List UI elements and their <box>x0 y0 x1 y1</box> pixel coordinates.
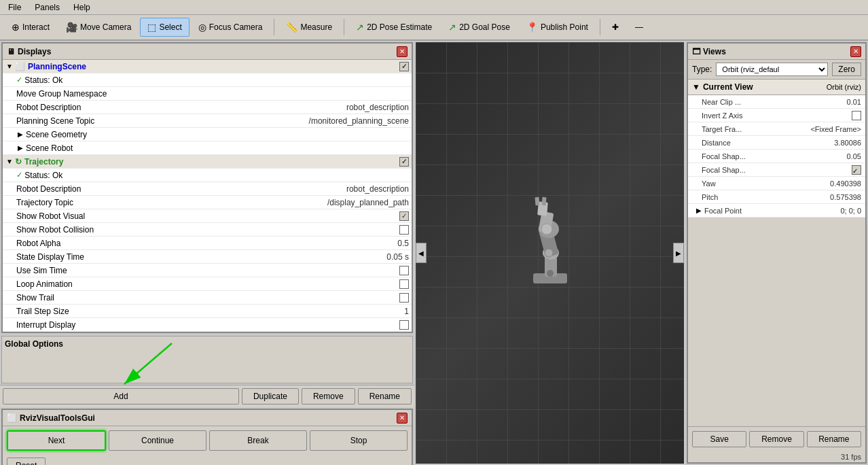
menu-help[interactable]: Help <box>68 1 96 14</box>
interrupt-display-label: Interrupt Display <box>16 320 399 330</box>
add-button[interactable]: Add <box>3 388 239 404</box>
status-ok-icon: ✓ <box>16 75 22 84</box>
views-type-row: Type: Orbit (rviz_defaul Zero <box>688 60 865 80</box>
svg-point-13 <box>541 224 552 235</box>
robot-silhouette <box>509 192 591 294</box>
menu-file[interactable]: File <box>3 1 26 14</box>
move-camera-button[interactable]: 🎥 Move Camera <box>58 18 139 37</box>
near-clip-label: Near Clip ... <box>702 98 844 106</box>
pose-estimate-label: 2D Pose Estimate <box>367 22 432 32</box>
publish-point-button[interactable]: 📍 Publish Point <box>519 18 596 37</box>
near-clip-row: Near Clip ... 0.01 <box>688 95 865 109</box>
trajectory-expand[interactable]: ▼ <box>5 158 14 166</box>
traj-topic-row: Trajectory Topic /display_planned_path <box>3 196 412 209</box>
invert-z-checkbox[interactable] <box>852 111 861 120</box>
planning-scene-checkbox[interactable] <box>399 62 409 71</box>
planning-scene-topic-row: Planning Scene Topic /monitored_planning… <box>3 114 412 128</box>
scene-geometry-row[interactable]: ▶ Scene Geometry <box>3 128 412 141</box>
remove-button[interactable]: Remove <box>302 388 355 404</box>
measure-button[interactable]: 📏 Measure <box>278 18 340 37</box>
views-save-button[interactable]: Save <box>692 431 746 447</box>
menu-panels[interactable]: Panels <box>29 1 65 14</box>
continue-button[interactable]: Continue <box>109 430 206 451</box>
views-remove-button[interactable]: Remove <box>749 431 803 447</box>
fps-display: 31 fps <box>688 451 865 462</box>
show-robot-visual-checkbox[interactable] <box>399 211 409 221</box>
publish-point-label: Publish Point <box>541 22 588 32</box>
views-type-select[interactable]: Orbit (rviz_defaul <box>716 63 828 76</box>
views-zero-button[interactable]: Zero <box>832 63 861 76</box>
views-rename-button[interactable]: Rename <box>807 431 861 447</box>
show-trail-checkbox[interactable] <box>399 293 409 303</box>
traj-robot-desc-label: Robot Description <box>16 184 341 194</box>
trajectory-header[interactable]: ▼ ↻ Trajectory <box>3 155 412 169</box>
publish-point-icon: 📍 <box>526 22 538 33</box>
loop-animation-checkbox[interactable] <box>399 279 409 289</box>
collapse-left-button[interactable]: ◀ <box>416 243 427 263</box>
views-title: 🗖 Views <box>692 47 726 56</box>
stop-button[interactable]: Stop <box>310 430 408 451</box>
planning-scene-expand[interactable]: ▼ <box>5 63 14 71</box>
loop-animation-label: Loop Animation <box>16 279 399 289</box>
focal-point-value: 0; 0; 0 <box>837 207 861 215</box>
interact-button[interactable]: ⊕ Interact <box>4 18 57 37</box>
focal-shap1-label: Focal Shap... <box>702 152 844 160</box>
traj-robot-desc-row: Robot Description robot_description <box>3 182 412 196</box>
interrupt-display-checkbox[interactable] <box>399 320 409 330</box>
trajectory-checkbox[interactable] <box>399 157 409 167</box>
displays-label: Displays <box>18 47 51 56</box>
robot-alpha-row: Robot Alpha 0.5 <box>3 237 412 250</box>
trail-step-size-row: Trail Step Size 1 <box>3 305 412 318</box>
use-sim-time-row: Use Sim Time <box>3 264 412 277</box>
state-display-time-row: State Display Time 0.05 s <box>3 250 412 264</box>
reset-button[interactable]: Reset <box>7 458 46 465</box>
collapse-right-button[interactable]: ▶ <box>673 243 684 263</box>
rviz-panel-title: ⬜ RvizVisualToolsGui <box>7 413 95 423</box>
scene-geometry-label: Scene Geometry <box>26 130 409 139</box>
zoom-button[interactable]: — <box>628 18 651 37</box>
viewport[interactable]: ◀ ▶ <box>416 42 684 464</box>
displays-panel-header: 🖥 Displays ✕ <box>3 44 412 60</box>
planning-scene-header[interactable]: ▼ ⬜ PlanningScene <box>3 60 412 73</box>
interact-icon: ⊕ <box>12 22 20 33</box>
scene-geometry-expand[interactable]: ▶ <box>16 131 24 139</box>
rename-button[interactable]: Rename <box>358 388 412 404</box>
current-view-header[interactable]: ▼ Current View Orbit (rviz) <box>688 80 865 94</box>
measure-icon: 📏 <box>286 22 297 33</box>
zoom-icon: — <box>635 22 643 32</box>
pose-estimate-button[interactable]: ↗ 2D Pose Estimate <box>348 18 439 37</box>
measure-label: Measure <box>300 22 332 32</box>
trajectory-label: Trajectory <box>24 157 399 167</box>
distance-value: 3.80086 <box>831 139 861 147</box>
planning-scene-status: ✓ Status: Ok <box>3 73 412 87</box>
use-sim-time-checkbox[interactable] <box>399 266 409 275</box>
select-button[interactable]: ⬚ Select <box>140 18 189 37</box>
toolbar-divider-1 <box>274 19 274 35</box>
rviz-panel: ⬜ RvizVisualToolsGui ✕ Next Continue Bre… <box>1 409 413 465</box>
scene-robot-expand[interactable]: ▶ <box>16 144 24 152</box>
show-robot-collision-checkbox[interactable] <box>399 225 409 235</box>
add-icon: ✚ <box>612 22 619 32</box>
goal-pose-button[interactable]: ↗ 2D Goal Pose <box>441 18 518 37</box>
distance-row: Distance 3.80086 <box>688 136 865 150</box>
focus-camera-button[interactable]: ◎ Focus Camera <box>191 18 270 37</box>
focal-point-expand[interactable]: ▶ <box>696 207 702 214</box>
break-button[interactable]: Break <box>209 430 307 451</box>
focal-shap2-label: Focal Shap... <box>702 166 852 174</box>
goal-pose-icon: ↗ <box>448 22 456 33</box>
scene-robot-row[interactable]: ▶ Scene Robot <box>3 141 412 155</box>
svg-rect-9 <box>535 197 539 205</box>
next-button[interactable]: Next <box>7 430 106 451</box>
focal-shap2-checkbox[interactable] <box>852 165 861 175</box>
target-frame-value: <Fixed Frame> <box>808 125 861 133</box>
trajectory-status-label: Status: Ok <box>22 171 409 180</box>
displays-close-button[interactable]: ✕ <box>397 46 408 57</box>
current-view-expand[interactable]: ▼ <box>692 82 700 92</box>
views-panel-close[interactable]: ✕ <box>850 46 861 57</box>
duplicate-button[interactable]: Duplicate <box>242 388 299 404</box>
focal-point-row[interactable]: ▶ Focal Point 0; 0; 0 <box>688 204 865 218</box>
add-toolbar-button[interactable]: ✚ <box>604 18 626 37</box>
displays-title: 🖥 Displays <box>7 47 51 56</box>
rviz-panel-close[interactable]: ✕ <box>397 413 408 424</box>
planning-scene-topic-value: /monitored_planning_scene <box>304 116 409 126</box>
